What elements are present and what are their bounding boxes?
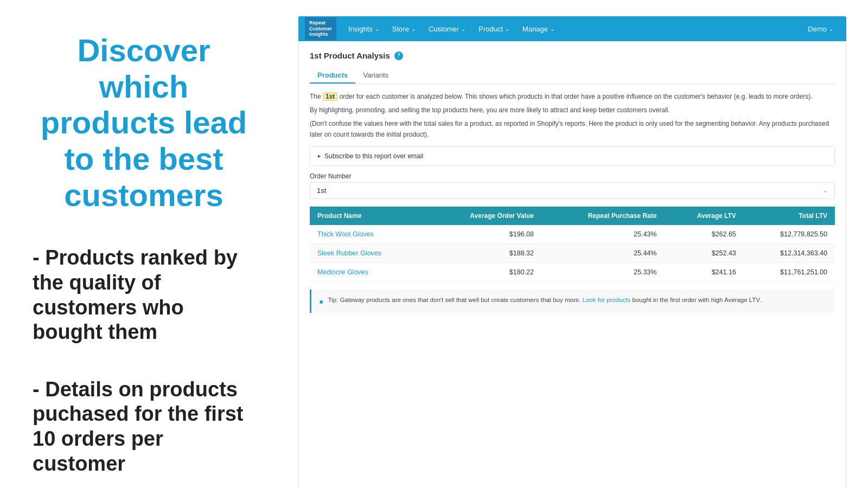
cell-total-ltv: $11,761,251.00 [744, 262, 835, 281]
main-content: 1st Product Analysis ? Products Variants… [298, 41, 846, 488]
col-header-product-name: Product Name [310, 207, 426, 225]
cell-avg-order-value: $188.32 [426, 243, 541, 262]
product-link[interactable]: Mediocre Gloves [317, 268, 368, 276]
chevron-down-icon: ⌄ [829, 26, 833, 32]
nav-item-insights[interactable]: Insights ⌄ [342, 16, 386, 41]
col-header-average-ltv: Average LTV [664, 207, 743, 225]
col-header-repeat-purchase-rate: Repeat Purchase Rate [541, 207, 664, 225]
nav-item-demo[interactable]: Demo ⌄ [801, 16, 840, 41]
subscribe-row[interactable]: ▸ Subscribe to this report over email [310, 146, 835, 166]
cell-product-name: Mediocre Gloves [310, 262, 426, 281]
nav-logo[interactable]: Repeat Customer Insights [305, 17, 336, 40]
chevron-down-icon: ⌄ [461, 26, 465, 32]
subscribe-label: Subscribe to this report over email [324, 152, 423, 160]
col-header-avg-order-value: Average Order Value [426, 207, 541, 225]
filter-label: Order Number [310, 172, 835, 180]
cell-product-name: Thick Wool Gloves [310, 225, 426, 244]
cell-repeat-purchase-rate: 25.44% [541, 243, 664, 262]
table-row: Mediocre Gloves $180.22 25.33% $241.16 $… [310, 262, 835, 281]
description-2: By highlighting, promoting, and selling … [310, 105, 835, 115]
tab-variants[interactable]: Variants [355, 68, 396, 84]
description-3: (Don't confuse the values here with the … [310, 119, 835, 139]
tip-icon: ● [319, 296, 323, 307]
order-number-value: 1st [317, 187, 326, 195]
cell-average-ltv: $241.16 [664, 262, 743, 281]
tip-text-before: Tip: Gateway products are ones that don'… [328, 297, 582, 303]
chevron-down-icon: ⌄ [550, 26, 554, 32]
data-table: Product Name Average Order Value Repeat … [310, 207, 835, 282]
chevron-down-icon: ⌄ [375, 26, 379, 32]
product-link[interactable]: Sleek Rubber Gloves [317, 249, 381, 257]
cell-total-ltv: $12,314,363.40 [744, 243, 835, 262]
hero-title: Discover which products lead to the best… [33, 33, 255, 213]
cell-total-ltv: $12,778,825.50 [744, 225, 835, 244]
nav-item-store[interactable]: Store ⌄ [386, 16, 422, 41]
cell-repeat-purchase-rate: 25.43% [541, 225, 664, 244]
tip-text-after: bought in the first order with high Aver… [630, 297, 761, 303]
nav-item-customer[interactable]: Customer ⌄ [422, 16, 472, 41]
tip-text: Tip: Gateway products are ones that don'… [328, 295, 761, 305]
tip-link[interactable]: Look for products [583, 297, 631, 303]
feature-item-1: - Products ranked by the quality of cust… [33, 246, 255, 344]
product-link[interactable]: Thick Wool Gloves [317, 230, 374, 238]
tip-box: ● Tip: Gateway products are ones that do… [310, 290, 835, 313]
table-row: Thick Wool Gloves $196.08 25.43% $262.65… [310, 225, 835, 244]
page-title: 1st Product Analysis [310, 51, 390, 60]
chevron-down-icon: ⌄ [411, 26, 416, 32]
tab-products[interactable]: Products [310, 68, 355, 84]
order-badge: 1st [323, 92, 337, 101]
help-icon[interactable]: ? [394, 52, 403, 60]
chevron-down-icon: ⌄ [505, 26, 509, 32]
table-row: Sleek Rubber Gloves $188.32 25.44% $252.… [310, 243, 835, 262]
filter-section: Order Number 1st ⌄ [310, 172, 835, 199]
cell-avg-order-value: $196.08 [426, 225, 541, 244]
nav-item-manage[interactable]: Manage ⌄ [516, 16, 561, 41]
subscribe-arrow-icon: ▸ [318, 152, 321, 159]
cell-product-name: Sleek Rubber Gloves [310, 243, 426, 262]
cell-avg-order-value: $180.22 [426, 262, 541, 281]
description-1: The 1st order for each customer is analy… [310, 92, 835, 102]
tabs-row: Products Variants [310, 68, 835, 84]
cell-repeat-purchase-rate: 25.33% [541, 262, 664, 281]
cell-average-ltv: $252.43 [664, 243, 743, 262]
chevron-down-icon: ⌄ [822, 187, 828, 194]
col-header-total-ltv: Total LTV [744, 207, 835, 225]
feature-item-2: - Details on products puchased for the f… [33, 377, 255, 476]
cell-average-ltv: $262.65 [664, 225, 743, 244]
nav-item-product[interactable]: Product ⌄ [472, 16, 516, 41]
order-number-select[interactable]: 1st ⌄ [310, 182, 835, 199]
top-nav: Repeat Customer Insights Insights ⌄ Stor… [298, 16, 846, 41]
